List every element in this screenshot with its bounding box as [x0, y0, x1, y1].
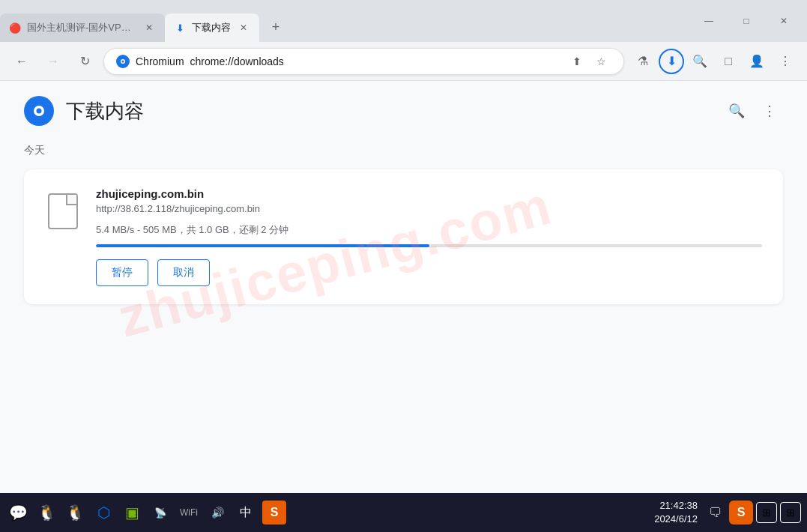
taskbar-network-icon[interactable]: 📡: [148, 501, 172, 525]
svg-point-5: [37, 109, 42, 114]
progress-bar-fill: [96, 244, 429, 247]
file-icon: [48, 193, 78, 229]
download-url: http://38.61.2.118/zhujiceping.com.bin: [96, 203, 762, 214]
taskbar-grid2-button[interactable]: ⊞: [780, 502, 801, 523]
new-tab-button[interactable]: +: [262, 13, 289, 40]
address-bar[interactable]: Chromium chrome://downloads ⬆ ☆: [103, 48, 624, 75]
taskbar-date-value: 2024/6/12: [654, 513, 698, 526]
tab-close-active[interactable]: ✕: [237, 21, 250, 34]
address-url: chrome://downloads: [190, 55, 560, 67]
tab-title-inactive: 国外主机测评-国外VPS、国...: [27, 21, 136, 34]
svg-point-2: [122, 60, 124, 62]
taskbar: 💬 🐧 🐧 ⬡ ▣ 📡 WiFi 🔊 中 S 21:42:38 2024/6/1…: [0, 493, 807, 532]
taskbar-apps: 💬 🐧 🐧 ⬡ ▣ 📡 WiFi 🔊 中 S: [6, 501, 648, 525]
extensions-icon-button[interactable]: □: [716, 49, 741, 74]
download-item: zhujiceping.com.bin http://38.61.2.118/z…: [24, 169, 783, 304]
bookmark-button[interactable]: ☆: [590, 51, 611, 72]
search-header-button[interactable]: 🔍: [723, 97, 750, 124]
download-info: zhujiceping.com.bin http://38.61.2.118/z…: [96, 187, 762, 286]
taskbar-grid1-button[interactable]: ⊞: [756, 502, 777, 523]
file-icon-wrap: [45, 190, 81, 232]
section-label-today: 今天: [0, 138, 807, 163]
tab-strip: 🔴 国外主机测评-国外VPS、国... ✕ ⬇ 下载内容 ✕ +: [0, 0, 686, 42]
minimize-button[interactable]: —: [692, 9, 726, 33]
taskbar-notification-icon[interactable]: 🗨: [705, 502, 726, 523]
title-bar: 🔴 国外主机测评-国外VPS、国... ✕ ⬇ 下载内容 ✕ + — □ ✕: [0, 0, 807, 42]
download-icon-button[interactable]: ⬇: [659, 49, 684, 74]
share-button[interactable]: ⬆: [566, 51, 587, 72]
taskbar-bluetooth-icon[interactable]: ⬡: [91, 501, 115, 525]
download-actions: 暂停 取消: [96, 259, 762, 286]
header-actions: 🔍 ⋮: [723, 97, 783, 124]
cancel-button[interactable]: 取消: [157, 259, 210, 286]
download-filename: zhujiceping.com.bin: [96, 187, 762, 200]
tab-inactive[interactable]: 🔴 国外主机测评-国外VPS、国... ✕: [0, 13, 165, 42]
close-button[interactable]: ✕: [767, 9, 801, 33]
taskbar-corner-group: 🗨 S ⊞ ⊞: [705, 501, 801, 525]
progress-bar-wrap: [96, 244, 762, 247]
toolbar-icons: ⚗ ⬇ 🔍 □ 👤 ⋮: [630, 49, 798, 74]
download-status: 5.4 MB/s - 505 MB，共 1.0 GB，还剩 2 分钟: [96, 223, 762, 237]
taskbar-qq2-icon[interactable]: 🐧: [63, 501, 87, 525]
taskbar-qq1-icon[interactable]: 🐧: [34, 501, 58, 525]
main-content: zhujiceping.com 下载内容 🔍 ⋮ 今天 zhujiceping.…: [0, 81, 807, 493]
taskbar-time-value: 21:42:38: [654, 499, 698, 513]
taskbar-right: 21:42:38 2024/6/12 🗨 S ⊞ ⊞: [654, 499, 801, 526]
back-button[interactable]: ←: [9, 49, 34, 74]
window-controls: — □ ✕: [686, 0, 807, 42]
lab-icon-button[interactable]: ⚗: [630, 49, 656, 74]
pause-button[interactable]: 暂停: [96, 259, 148, 286]
address-bar-favicon: [116, 55, 130, 68]
forward-button[interactable]: →: [40, 49, 66, 74]
tab-active[interactable]: ⬇ 下载内容 ✕: [165, 13, 259, 42]
taskbar-time-display: 21:42:38 2024/6/12: [654, 499, 698, 526]
downloads-logo: [24, 96, 54, 126]
taskbar-ime-label[interactable]: 中: [234, 501, 258, 525]
downloads-header: 下载内容 🔍 ⋮: [0, 81, 807, 138]
more-header-button[interactable]: ⋮: [756, 97, 783, 124]
tab-title-active: 下载内容: [192, 21, 231, 34]
downloads-title-group: 下载内容: [24, 96, 144, 126]
profile-icon-button[interactable]: 👤: [744, 49, 770, 74]
taskbar-sogou-icon[interactable]: S: [262, 501, 286, 525]
nav-bar: ← → ↻ Chromium chrome://downloads ⬆ ☆ ⚗ …: [0, 42, 807, 81]
tab-favicon-active: ⬇: [174, 22, 186, 34]
page-title: 下载内容: [66, 98, 144, 124]
address-brand: Chromium: [136, 55, 184, 67]
taskbar-wechat-icon[interactable]: 💬: [6, 501, 30, 525]
address-actions: ⬆ ☆: [566, 51, 611, 72]
tab-favicon-inactive: 🔴: [9, 22, 21, 34]
maximize-button[interactable]: □: [729, 9, 764, 33]
refresh-button[interactable]: ↻: [72, 49, 97, 74]
taskbar-wifi-icon[interactable]: WiFi: [177, 501, 201, 525]
menu-icon-button[interactable]: ⋮: [773, 49, 798, 74]
taskbar-nvidia-icon[interactable]: ▣: [120, 501, 144, 525]
tab-close-inactive[interactable]: ✕: [142, 21, 156, 34]
search-icon-button[interactable]: 🔍: [687, 49, 713, 74]
taskbar-sogou-corner[interactable]: S: [729, 501, 753, 525]
taskbar-volume-icon[interactable]: 🔊: [205, 501, 229, 525]
